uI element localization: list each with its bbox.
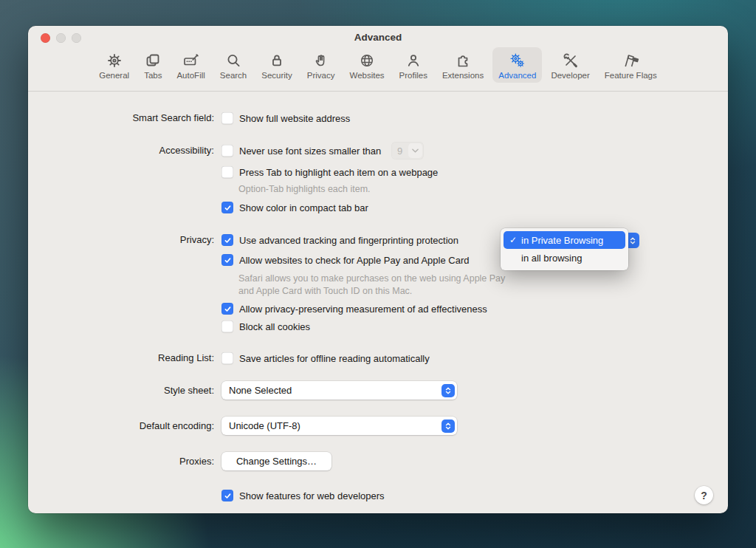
tab-label: Feature Flags: [605, 71, 657, 80]
tab-label: Profiles: [399, 71, 427, 80]
field-label-proxies: Proxies:: [28, 456, 214, 467]
checkbox-box[interactable]: [221, 202, 233, 213]
tools-icon: [562, 51, 580, 69]
font-size-select: 9: [391, 142, 424, 160]
safari-settings-window: Advanced General Tabs: [28, 26, 728, 513]
tab-websites[interactable]: Websites: [344, 47, 391, 83]
gear-icon: [106, 51, 123, 69]
tab-label: Privacy: [307, 71, 335, 80]
field-label-smart-search: Smart Search field:: [28, 112, 214, 123]
tab-label: Websites: [350, 71, 385, 80]
checkbox-box[interactable]: [221, 112, 233, 124]
change-settings-button[interactable]: Change Settings…: [221, 452, 331, 470]
checkbox-box[interactable]: [221, 321, 233, 332]
stepper-chevrons-icon: [628, 236, 637, 245]
menu-item-label: in all browsing: [521, 253, 582, 264]
checkbox-advanced-tracking-protection[interactable]: Use advanced tracking and fingerprinting…: [221, 233, 458, 247]
tab-autofill[interactable]: AutoFill: [171, 47, 210, 83]
tab-label: General: [99, 71, 129, 80]
tab-general[interactable]: General: [93, 47, 135, 83]
checkbox-label[interactable]: Allow websites to check for Apple Pay an…: [239, 255, 469, 266]
style-sheet-value: None Selected: [229, 385, 292, 396]
tab-label: Developer: [551, 71, 589, 80]
default-encoding-value: Unicode (UTF-8): [229, 420, 300, 431]
autofill-icon: [182, 51, 200, 69]
checkbox-box[interactable]: [221, 490, 233, 501]
window-title: Advanced: [28, 32, 728, 43]
tab-advanced[interactable]: Advanced: [492, 47, 542, 83]
magnifier-icon: [224, 51, 242, 69]
tab-security[interactable]: Security: [255, 47, 298, 83]
field-label-reading-list: Reading List:: [28, 352, 214, 363]
tab-tabs[interactable]: Tabs: [138, 47, 168, 83]
menu-item-in-all-browsing[interactable]: in all browsing: [504, 249, 625, 267]
checkbox-label[interactable]: Show features for web developers: [239, 490, 385, 501]
checkbox-save-offline-reading[interactable]: Save articles for offline reading automa…: [221, 352, 430, 365]
flags-icon: [622, 51, 639, 69]
tab-privacy[interactable]: Privacy: [301, 47, 341, 83]
globe-icon: [358, 51, 376, 69]
field-label-default-encoding: Default encoding:: [28, 420, 214, 431]
stepper-chevrons-icon[interactable]: [441, 384, 455, 397]
tab-developer[interactable]: Developer: [545, 47, 595, 83]
tab-label: Advanced: [498, 71, 536, 80]
checkbox-label[interactable]: Allow privacy-preserving measurement of …: [239, 304, 487, 315]
tabs-icon: [144, 51, 162, 69]
gears-icon: [509, 51, 526, 69]
menu-item-label: in Private Browsing: [521, 235, 603, 246]
checkbox-box[interactable]: [221, 234, 233, 246]
checkbox-box[interactable]: [221, 166, 233, 178]
checkbox-label[interactable]: Block all cookies: [239, 321, 310, 332]
checkbox-label[interactable]: Save articles for offline reading automa…: [239, 353, 430, 364]
stepper-chevrons-icon[interactable]: [441, 419, 455, 433]
checkbox-never-small-fonts[interactable]: Never use font sizes smaller than 9: [221, 142, 424, 160]
tab-label: Tabs: [144, 71, 162, 80]
press-tab-note: Option-Tab highlights each item.: [238, 183, 371, 196]
checkmark-icon: ✓: [509, 235, 518, 245]
field-label-privacy: Privacy:: [28, 234, 214, 245]
person-icon: [405, 51, 422, 69]
checkbox-box[interactable]: [221, 303, 233, 315]
lock-icon: [268, 51, 286, 69]
checkbox-ad-measurement[interactable]: Allow privacy-preserving measurement of …: [221, 302, 487, 315]
checkbox-label[interactable]: Show full website address: [239, 113, 350, 124]
tab-label: AutoFill: [176, 71, 205, 80]
tab-feature-flags[interactable]: Feature Flags: [599, 47, 663, 83]
checkbox-apple-pay-check[interactable]: Allow websites to check for Apple Pay an…: [221, 253, 469, 267]
checkbox-label[interactable]: Never use font sizes smaller than: [239, 145, 381, 157]
toolbar-divider: [28, 91, 728, 92]
font-size-value: 9: [391, 145, 408, 157]
tab-profiles[interactable]: Profiles: [394, 47, 433, 83]
checkbox-box[interactable]: [221, 145, 233, 157]
help-label: ?: [701, 490, 707, 501]
menu-item-in-private-browsing[interactable]: ✓ in Private Browsing: [504, 231, 625, 249]
field-label-style-sheet: Style sheet:: [28, 385, 214, 396]
tab-label: Extensions: [442, 71, 484, 80]
chevron-down-icon: [408, 143, 422, 158]
settings-toolbar: General Tabs AutoFill: [28, 47, 728, 83]
checkbox-press-tab-highlight[interactable]: Press Tab to highlight each item on a we…: [221, 165, 438, 179]
field-label-accessibility: Accessibility:: [28, 145, 214, 156]
tracking-protection-menu: ✓ in Private Browsing in all browsing: [501, 228, 628, 270]
checkbox-show-web-developer-features[interactable]: Show features for web developers: [221, 489, 385, 502]
checkbox-label[interactable]: Show color in compact tab bar: [239, 202, 368, 213]
apple-pay-note: Safari allows you to make purchases on t…: [238, 273, 513, 297]
tab-label: Search: [220, 71, 247, 80]
checkbox-box[interactable]: [221, 254, 233, 266]
checkbox-label[interactable]: Use advanced tracking and fingerprinting…: [239, 235, 458, 246]
help-button[interactable]: ?: [695, 486, 713, 504]
tab-label: Security: [261, 71, 292, 80]
style-sheet-select[interactable]: None Selected: [221, 381, 457, 400]
tab-search[interactable]: Search: [214, 47, 252, 83]
checkbox-show-full-website-address[interactable]: Show full website address: [221, 112, 350, 125]
checkbox-show-color-compact-tab-bar[interactable]: Show color in compact tab bar: [221, 201, 368, 214]
checkbox-label[interactable]: Press Tab to highlight each item on a we…: [239, 167, 438, 178]
hand-icon: [312, 51, 330, 69]
checkbox-box[interactable]: [221, 352, 233, 364]
puzzle-icon: [454, 51, 472, 69]
tab-extensions[interactable]: Extensions: [436, 47, 489, 83]
checkbox-block-all-cookies[interactable]: Block all cookies: [221, 320, 310, 333]
default-encoding-select[interactable]: Unicode (UTF-8): [221, 417, 457, 435]
